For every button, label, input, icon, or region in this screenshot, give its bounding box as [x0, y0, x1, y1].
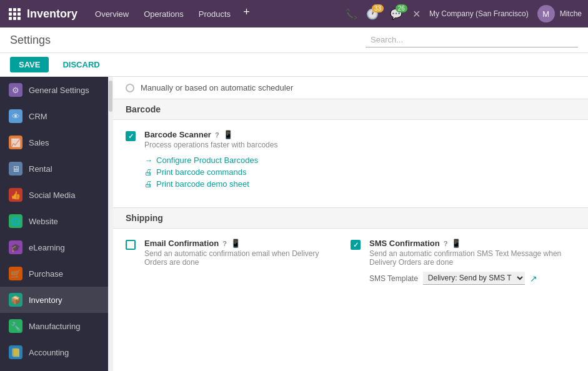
- shipping-section-header: Shipping: [113, 207, 588, 229]
- sidebar-item-social-media[interactable]: 👍 Social Media: [0, 182, 108, 208]
- sidebar-item-website[interactable]: 🌐 Website: [0, 208, 108, 234]
- social-icon: 👍: [9, 188, 22, 202]
- elearning-icon: 🎓: [9, 240, 22, 254]
- arrow-icon: →: [144, 156, 152, 165]
- sms-confirmation-row: ✓ SMS Confirmation ? 📱 Send an automatic…: [351, 239, 563, 285]
- barcode-section-header: Barcode: [113, 99, 588, 120]
- sidebar-item-elearning[interactable]: 🎓 eLearning: [0, 234, 108, 260]
- barcode-scanner-checkbox[interactable]: ✓: [126, 131, 136, 141]
- nav-operations[interactable]: Operations: [137, 6, 190, 22]
- barcode-scanner-description: Process operations faster with barcodes: [144, 141, 277, 149]
- sidebar-scrollbar-thumb: [109, 81, 112, 112]
- main-area: ⚙ General Settings 👁 CRM 📈 Sales 🖥 Renta…: [0, 77, 588, 371]
- info-icon[interactable]: ?: [215, 131, 219, 139]
- action-buttons: SAVE DISCARD: [0, 53, 588, 77]
- clock-icon[interactable]: 🕐 33: [366, 8, 379, 20]
- rental-icon: 🖥: [9, 162, 22, 176]
- sidebar-item-label: General Settings: [29, 86, 89, 95]
- email-confirmation-checkbox[interactable]: [126, 240, 136, 250]
- email-confirmation-cell: Email Confirmation ? 📱 Send an automatic…: [126, 239, 351, 294]
- sms-confirmation-description: Send an automatic confirmation SMS Text …: [369, 249, 563, 267]
- sidebar-item-label: eLearning: [29, 243, 65, 252]
- email-confirmation-details: Email Confirmation ? 📱 Send an automatic…: [144, 239, 338, 267]
- email-confirmation-label: Email Confirmation ? 📱: [144, 239, 338, 248]
- sms-template-row: SMS Template Delivery: Send by SMS T ↗: [369, 272, 563, 285]
- top-navigation: Inventory Overview Operations Products +…: [0, 0, 588, 27]
- email-confirmation-row: Email Confirmation ? 📱 Send an automatic…: [126, 239, 338, 267]
- sidebar: ⚙ General Settings 👁 CRM 📈 Sales 🖥 Renta…: [0, 77, 108, 371]
- email-confirmation-description: Send an automatic confirmation email whe…: [144, 249, 338, 267]
- website-icon: 🌐: [9, 214, 22, 228]
- sidebar-item-label: Website: [29, 217, 58, 226]
- configure-barcodes-link[interactable]: → Configure Product Barcodes: [144, 156, 277, 165]
- sidebar-item-purchase[interactable]: 🛒 Purchase: [0, 260, 108, 287]
- sidebar-item-inventory[interactable]: 📦 Inventory: [0, 287, 108, 313]
- sidebar-item-label: CRM: [29, 112, 47, 121]
- purchase-icon: 🛒: [9, 267, 22, 280]
- chat-icon[interactable]: 💬 26: [390, 8, 402, 20]
- clock-badge: 33: [372, 4, 384, 12]
- sidebar-item-accounting[interactable]: 📒 Accounting: [0, 339, 108, 365]
- sidebar-item-label: Manufacturing: [29, 322, 80, 331]
- mobile-icon: 📱: [223, 130, 233, 139]
- accounting-icon: 📒: [9, 345, 22, 359]
- discard-button[interactable]: DISCARD: [54, 57, 108, 72]
- sms-confirmation-label: SMS Confirmation ? 📱: [369, 239, 563, 248]
- username: Mitche: [560, 9, 582, 18]
- sidebar-item-label: Accounting: [29, 348, 69, 357]
- sidebar-item-general-settings[interactable]: ⚙ General Settings: [0, 77, 108, 103]
- sms-template-select[interactable]: Delivery: Send by SMS T: [423, 272, 525, 285]
- sidebar-item-manufacturing[interactable]: 🔧 Manufacturing: [0, 313, 108, 339]
- nav-links: Overview Operations Products +: [89, 6, 345, 22]
- sms-confirmation-cell: ✓ SMS Confirmation ? 📱 Send an automatic…: [351, 239, 576, 294]
- barcode-scanner-row: ✓ Barcode Scanner ? 📱 Process operations…: [126, 130, 576, 189]
- sidebar-item-crm[interactable]: 👁 CRM: [0, 103, 108, 129]
- company-name[interactable]: My Company (San Francisco): [426, 9, 532, 18]
- sidebar-item-sales[interactable]: 📈 Sales: [0, 129, 108, 156]
- print-demo-link[interactable]: 🖨 Print barcode demo sheet: [144, 179, 277, 189]
- barcode-scanner-label: Barcode Scanner ? 📱: [144, 130, 277, 139]
- eye-icon: 👁: [9, 109, 22, 123]
- barcode-settings-block: ✓ Barcode Scanner ? 📱 Process operations…: [113, 120, 588, 207]
- search-input[interactable]: [366, 32, 578, 47]
- mobile-icon: 📱: [231, 239, 241, 248]
- radio-button[interactable]: [126, 84, 134, 92]
- close-icon[interactable]: ✕: [412, 8, 421, 20]
- info-icon[interactable]: ?: [222, 240, 227, 247]
- nav-overview[interactable]: Overview: [89, 6, 135, 22]
- gear-icon: ⚙: [9, 83, 22, 97]
- nav-add-button[interactable]: +: [239, 6, 254, 22]
- shipping-settings-grid: Email Confirmation ? 📱 Send an automatic…: [113, 229, 588, 304]
- print-commands-link[interactable]: 🖨 Print barcode commands: [144, 167, 277, 177]
- sms-confirmation-details: SMS Confirmation ? 📱 Send an automatic c…: [369, 239, 563, 285]
- subheader: Settings: [0, 27, 588, 53]
- sidebar-item-label: Sales: [29, 138, 49, 147]
- partial-text: Manually or based on automatic scheduler: [141, 83, 293, 92]
- sidebar-item-label: Social Media: [29, 190, 75, 200]
- sidebar-item-rental[interactable]: 🖥 Rental: [0, 156, 108, 182]
- app-brand: Inventory: [27, 7, 77, 21]
- external-link-icon[interactable]: ↗: [530, 274, 537, 284]
- page-title: Settings: [10, 34, 366, 47]
- save-button[interactable]: SAVE: [10, 57, 49, 72]
- sms-confirmation-checkbox[interactable]: ✓: [351, 240, 361, 250]
- sidebar-item-label: Rental: [29, 164, 52, 174]
- user-avatar[interactable]: M: [537, 5, 555, 22]
- phone-icon[interactable]: 📞: [345, 8, 357, 20]
- sms-template-label: SMS Template: [369, 274, 418, 283]
- manufacturing-icon: 🔧: [9, 319, 22, 333]
- sidebar-item-label: Inventory: [29, 295, 62, 305]
- barcode-links: → Configure Product Barcodes 🖨 Print bar…: [144, 156, 277, 189]
- inventory-icon: 📦: [9, 293, 22, 307]
- printer-icon: 🖨: [144, 179, 152, 189]
- sales-icon: 📈: [9, 136, 22, 149]
- printer-icon: 🖨: [144, 167, 152, 177]
- partial-row: Manually or based on automatic scheduler: [113, 77, 588, 99]
- info-icon[interactable]: ?: [444, 240, 448, 247]
- sidebar-scrollbar[interactable]: [108, 77, 113, 371]
- barcode-scanner-details: Barcode Scanner ? 📱 Process operations f…: [144, 130, 277, 189]
- mobile-icon: 📱: [451, 239, 461, 248]
- checkmark-icon: ✓: [353, 241, 359, 249]
- nav-products[interactable]: Products: [192, 6, 237, 22]
- app-grid-button[interactable]: [6, 6, 23, 22]
